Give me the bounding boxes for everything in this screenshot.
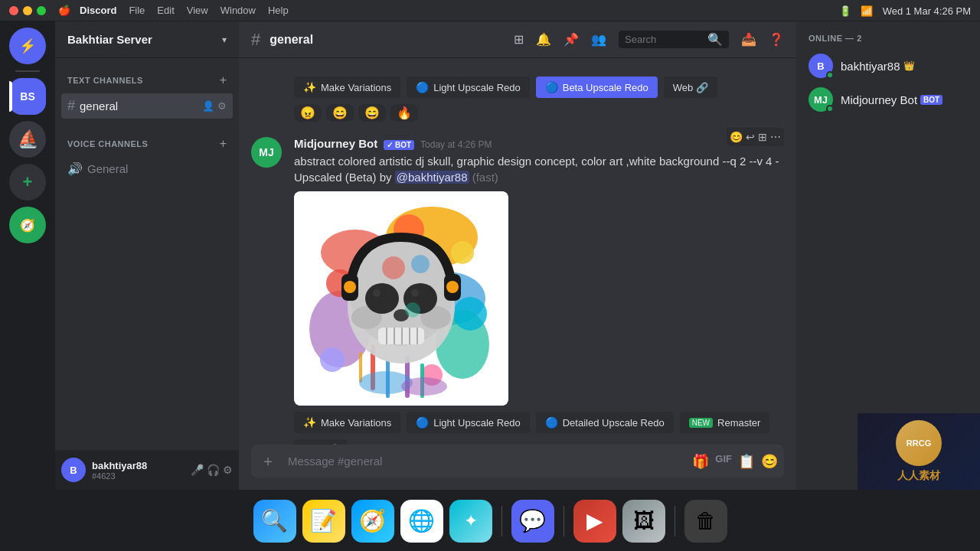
dock-safari[interactable]: 🧭: [351, 500, 394, 543]
chat-messages[interactable]: ✨ Make Variations 🔵 Light Upscale Redo 🔵…: [239, 58, 796, 445]
skull-image[interactable]: [294, 191, 508, 406]
detailed-icon: 🔵: [545, 416, 558, 429]
minimize-button[interactable]: [23, 6, 32, 15]
user-settings-icon[interactable]: ⚙: [223, 464, 233, 476]
trash-icon: 🗑: [695, 508, 717, 533]
channel-sidebar: Bakhtiar Server ▾ TEXT CHANNELS + # gene…: [55, 21, 239, 490]
member-name-mj: Midjourney Bot: [841, 93, 917, 106]
more-action[interactable]: ⊞: [758, 131, 767, 143]
header-icons[interactable]: ⊞ 🔔 📌 👥 🔍 📥 ❓: [514, 31, 784, 48]
text-channels-label: TEXT CHANNELS: [67, 76, 143, 85]
chat-area: # general ⊞ 🔔 📌 👥 🔍 📥 ❓: [239, 21, 796, 490]
search-input[interactable]: [625, 34, 703, 45]
user-info: bakhtiyar88 #4623: [92, 460, 185, 481]
make-variations-btn-top[interactable]: ✨ Make Variations: [294, 77, 400, 98]
close-button[interactable]: [9, 6, 18, 15]
titlebar-right: 🔋 📶 Wed 1 Mar 4:26 PM: [295, 4, 971, 18]
pin-icon[interactable]: 📌: [564, 32, 579, 47]
member-item-midjourney[interactable]: MJ Midjourney Bot BOT: [802, 83, 974, 116]
user-controls[interactable]: 🎤 🎧 ⚙: [191, 464, 233, 476]
web-btn-top[interactable]: Web 🔗: [664, 77, 717, 98]
reaction-laugh-top1[interactable]: 😄: [326, 104, 354, 122]
menu-window[interactable]: Window: [220, 5, 256, 16]
server-item-boat[interactable]: ⛵: [9, 121, 46, 158]
add-attachment-button[interactable]: ＋: [257, 445, 279, 478]
dock-finder[interactable]: 🔍: [253, 500, 296, 543]
channel-item-general[interactable]: # general 👤 ⚙: [61, 93, 233, 119]
watermark-initials: RRCG: [906, 439, 931, 448]
dock-chrome[interactable]: 🌐: [400, 500, 443, 543]
reaction-laugh-top2[interactable]: 😄: [358, 104, 386, 122]
voice-icon: 🔊: [67, 161, 83, 176]
explore-server-button[interactable]: 🧭: [9, 207, 46, 243]
inbox-icon[interactable]: 📥: [741, 32, 756, 47]
add-voice-channel-button[interactable]: +: [220, 137, 227, 151]
chrome-icon: 🌐: [408, 508, 435, 533]
menu-view[interactable]: View: [187, 5, 208, 16]
emoji-icon[interactable]: 😊: [761, 453, 778, 470]
online-status-bakhtiyar: [826, 71, 834, 79]
voice-channels-section: VOICE CHANNELS + 🔊 General: [55, 122, 239, 184]
members-list-icon[interactable]: 👥: [591, 32, 606, 47]
dock-preview[interactable]: 🖼: [622, 500, 665, 543]
message-group-top: ✨ Make Variations 🔵 Light Upscale Redo 🔵…: [239, 70, 796, 125]
svg-point-36: [382, 256, 405, 279]
bakhtiar-server-icon[interactable]: BS: [9, 78, 46, 115]
reaction-fire-top[interactable]: 🔥: [390, 104, 418, 122]
light-upscale-redo-btn-bottom[interactable]: 🔵 Light Upscale Redo: [407, 412, 529, 433]
voice-channel-general[interactable]: 🔊 General: [61, 157, 233, 181]
menu-file[interactable]: File: [129, 5, 145, 16]
dock-discord[interactable]: 💬: [511, 500, 554, 543]
menu-help[interactable]: Help: [268, 5, 289, 16]
server-dropdown-icon: ▾: [222, 34, 227, 45]
discord-server-icon[interactable]: ⚡: [9, 28, 46, 64]
mic-icon[interactable]: 🎤: [191, 464, 204, 476]
svg-point-9: [453, 297, 487, 331]
dock-notes[interactable]: 📝: [302, 500, 345, 543]
add-text-channel-button[interactable]: +: [220, 73, 227, 87]
voice-channel-name: General: [87, 162, 128, 175]
react-action[interactable]: 😊: [730, 131, 743, 143]
server-item-bakhtiar[interactable]: BS: [9, 78, 46, 115]
extra-action[interactable]: ⋯: [770, 131, 781, 143]
bell-icon[interactable]: 🔔: [536, 32, 551, 47]
server-header[interactable]: Bakhtiar Server ▾: [55, 21, 239, 58]
headphone-icon[interactable]: 🎧: [207, 464, 220, 476]
reaction-angry-top[interactable]: 😠: [294, 104, 322, 122]
menu-edit[interactable]: Edit: [157, 5, 174, 16]
dock-divider: [501, 506, 502, 536]
make-variations-btn-bottom[interactable]: ✨ Make Variations: [294, 412, 400, 433]
gif-icon[interactable]: GIF: [715, 453, 732, 470]
dock-divider2: [564, 506, 564, 536]
member-item-bakhtiyar[interactable]: B bakhtiyar88 👑: [802, 49, 974, 83]
web-btn-bottom[interactable]: Web 🔗: [294, 439, 348, 445]
svg-rect-30: [409, 328, 410, 344]
top-action-buttons: ✨ Make Variations 🔵 Light Upscale Redo 🔵…: [294, 77, 784, 98]
reply-action[interactable]: ↩: [746, 131, 755, 143]
message-hover-actions[interactable]: 😊 ↩ ⊞ ⋯: [727, 128, 784, 146]
member-name-row-mj: Midjourney Bot BOT: [841, 93, 942, 106]
svg-point-35: [446, 281, 459, 293]
sticker-icon[interactable]: 📋: [738, 453, 755, 470]
add-server-button[interactable]: +: [9, 164, 46, 201]
dock-topaz[interactable]: ✦: [449, 500, 492, 543]
search-box[interactable]: 🔍: [619, 31, 729, 48]
member-name-area: bakhtiyar88 👑: [841, 60, 915, 73]
detailed-upscale-redo-btn[interactable]: 🔵 Detailed Upscale Redo: [536, 412, 674, 433]
light-upscale-redo-btn-top[interactable]: 🔵 Light Upscale Redo: [407, 77, 529, 98]
channel-hash-header: #: [251, 30, 260, 50]
chat-input[interactable]: [285, 446, 686, 476]
maximize-button[interactable]: [37, 6, 46, 15]
beta-upscale-redo-btn[interactable]: 🔵 Beta Upscale Redo: [536, 77, 658, 98]
gift-icon[interactable]: 🎁: [692, 453, 709, 470]
topaz-icon: ✦: [464, 511, 478, 531]
help-icon[interactable]: ❓: [769, 32, 784, 47]
remaster-btn[interactable]: NEW Remaster: [680, 412, 770, 433]
dock-quicktime[interactable]: ▶: [573, 500, 616, 543]
traffic-lights[interactable]: [9, 6, 46, 15]
dock-trash[interactable]: 🗑: [684, 500, 727, 543]
message-image-container[interactable]: [294, 191, 508, 406]
chat-input-action-icons[interactable]: 🎁 GIF 📋 😊: [692, 453, 778, 470]
boat-server-icon[interactable]: ⛵: [9, 121, 46, 158]
server-item-discord[interactable]: ⚡: [9, 28, 46, 64]
